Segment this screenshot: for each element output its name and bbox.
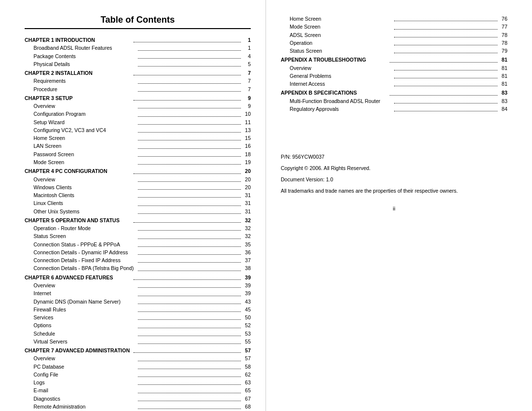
toc-dots — [138, 77, 241, 83]
toc-page: 10 — [242, 110, 251, 118]
toc-page: 32 — [242, 216, 251, 224]
toc-dots — [138, 118, 241, 125]
toc-page: 81 — [499, 80, 507, 88]
toc-entry: Mode Screen77 — [281, 23, 507, 31]
trademark: All trademarks and trade names are the p… — [281, 186, 507, 196]
toc-entry: Operation - Router Mode32 — [25, 224, 251, 232]
toc-entry: Macintosh Clients31 — [25, 191, 251, 199]
toc-page: 7 — [242, 77, 251, 85]
toc-page: 38 — [242, 264, 251, 272]
toc-entry: Overview81 — [281, 64, 507, 72]
toc-dots — [138, 85, 241, 92]
right-toc: Home Screen76Mode Screen77ADSL Screen78O… — [281, 15, 507, 113]
toc-dots — [133, 94, 241, 101]
toc-label: CHAPTER 5 OPERATION AND STATUS — [25, 216, 133, 224]
toc-page: 37 — [242, 256, 251, 264]
toc-label: Overview — [33, 175, 137, 183]
left-toc: CHAPTER 1 INTRODUCTION1Broadband ADSL Ro… — [25, 36, 251, 411]
toc-label: Operation - Router Mode — [33, 224, 137, 232]
toc-label: E-mail — [33, 386, 137, 394]
toc-entry: Schedule53 — [25, 330, 251, 338]
toc-entry: Connection Details - Dynamic IP Address3… — [25, 248, 251, 256]
toc-entry: PC Database58 — [25, 363, 251, 371]
toc-entry: Overview20 — [25, 175, 251, 183]
toc-entry: Setup Wizard11 — [25, 118, 251, 126]
toc-page: 36 — [242, 248, 251, 256]
toc-label: Regulatory Approvals — [290, 105, 393, 113]
toc-dots — [138, 403, 241, 409]
toc-entry: Remote Administration68 — [25, 403, 251, 411]
toc-entry: E-mail65 — [25, 386, 251, 394]
toc-entry: Status Screen79 — [281, 47, 507, 55]
toc-entry: APPENDIX A TROUBLESHOOTING81 — [281, 56, 507, 64]
toc-dots — [394, 47, 498, 53]
toc-page: 58 — [242, 363, 251, 371]
toc-label: Status Screen — [290, 47, 393, 55]
toc-page: 4 — [242, 52, 251, 60]
toc-dots — [133, 36, 241, 42]
toc-label: LAN Screen — [33, 142, 137, 150]
toc-entry: Internet Access81 — [281, 80, 507, 88]
toc-entry: Internet39 — [25, 289, 251, 297]
toc-label: CHAPTER 1 INTRODUCTION — [25, 36, 133, 44]
toc-dots — [138, 232, 241, 239]
toc-page: 67 — [242, 395, 251, 403]
toc-entry: APPENDIX B SPECIFICATIONS83 — [281, 89, 507, 97]
version: Document Version: 1.0 — [281, 175, 507, 184]
toc-dots — [138, 386, 241, 393]
toc-label: Physical Details — [33, 60, 137, 68]
toc-page: 81 — [499, 64, 507, 72]
toc-entry: Procedure7 — [25, 85, 251, 93]
toc-dots — [394, 31, 498, 37]
toc-page: 81 — [499, 56, 507, 64]
toc-label: Overview — [33, 102, 137, 110]
toc-dots — [138, 44, 241, 50]
toc-page: 32 — [242, 232, 251, 240]
toc-entry: CHAPTER 3 SETUP9 — [25, 94, 251, 102]
toc-page: 39 — [242, 274, 251, 281]
toc-label: Connection Details - BPA (Telstra Big Po… — [33, 264, 137, 272]
toc-label: Operation — [290, 39, 393, 47]
toc-page: 43 — [242, 298, 251, 306]
toc-dots — [138, 158, 241, 165]
toc-entry: Home Screen76 — [281, 15, 507, 23]
toc-dots — [138, 52, 241, 59]
toc-label: Connection Details - Dynamic IP Address — [33, 248, 137, 256]
toc-label: Mode Screen — [33, 158, 137, 166]
toc-dots — [138, 126, 241, 133]
toc-dots — [138, 102, 241, 108]
toc-page: 5 — [242, 60, 251, 68]
toc-entry: Multi-Function Broadband ADSL Router83 — [281, 97, 507, 105]
toc-label: Multi-Function Broadband ADSL Router — [290, 97, 393, 105]
toc-label: Overview — [33, 354, 137, 362]
toc-page: 62 — [242, 371, 251, 378]
toc-entry: Password Screen18 — [25, 150, 251, 158]
toc-entry: Physical Details5 — [25, 60, 251, 68]
toc-label: Dynamic DNS (Domain Name Server) — [33, 298, 137, 306]
toc-dots — [394, 64, 498, 70]
toc-dots — [390, 89, 498, 95]
toc-dots — [394, 39, 498, 45]
toc-entry: Overview39 — [25, 281, 251, 289]
toc-label: Package Contents — [33, 52, 137, 60]
toc-page: 9 — [242, 94, 251, 102]
toc-dots — [138, 354, 241, 361]
toc-dots — [138, 240, 241, 247]
toc-label: Setup Wizard — [33, 118, 137, 126]
toc-entry: Linux Clients31 — [25, 199, 251, 207]
toc-entry: Virtual Servers55 — [25, 338, 251, 345]
toc-page: 15 — [242, 134, 251, 142]
toc-dots — [138, 371, 241, 377]
toc-dots — [138, 313, 241, 320]
toc-dots — [133, 274, 241, 280]
toc-dots — [394, 97, 498, 103]
toc-page: 31 — [242, 199, 251, 207]
toc-entry: CHAPTER 6 ADVANCED FEATURES39 — [25, 274, 251, 281]
toc-page: 11 — [242, 118, 251, 126]
left-page: Table of Contents CHAPTER 1 INTRODUCTION… — [0, 0, 266, 411]
toc-page: 7 — [242, 69, 251, 77]
toc-dots — [394, 15, 498, 21]
toc-dots — [138, 298, 241, 304]
toc-page: 35 — [242, 240, 251, 248]
toc-label: Virtual Servers — [33, 338, 137, 345]
